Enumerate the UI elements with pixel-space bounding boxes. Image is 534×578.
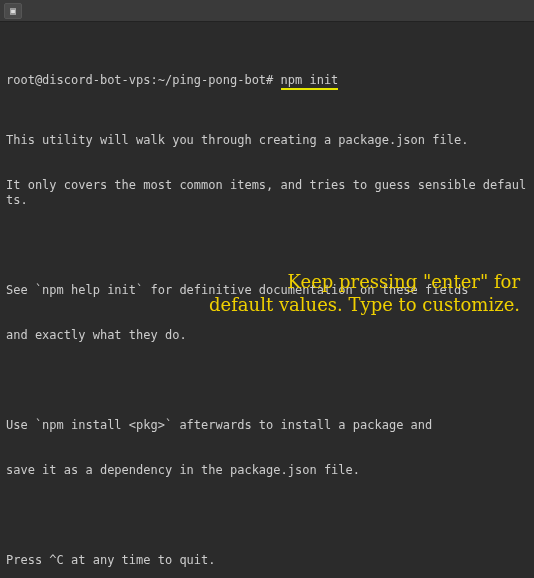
- output-line: save it as a dependency in the package.j…: [6, 463, 528, 478]
- shell-prompt-prefix: root@discord-bot-vps:~/ping-pong-bot#: [6, 73, 281, 87]
- output-line: Use `npm install <pkg>` afterwards to in…: [6, 418, 528, 433]
- output-line: This utility will walk you through creat…: [6, 133, 528, 148]
- typed-command: npm init: [281, 73, 339, 90]
- annotation-line-1: Keep pressing "enter" for: [209, 270, 520, 293]
- annotation-overlay: Keep pressing "enter" for default values…: [209, 270, 520, 317]
- output-line: It only covers the most common items, an…: [6, 178, 528, 208]
- output-line: and exactly what they do.: [6, 328, 528, 343]
- terminal-area[interactable]: root@discord-bot-vps:~/ping-pong-bot# np…: [0, 22, 534, 578]
- output-line: Press ^C at any time to quit.: [6, 553, 528, 568]
- prompt-line: root@discord-bot-vps:~/ping-pong-bot# np…: [6, 73, 528, 88]
- new-tab-icon: ▣: [10, 6, 16, 16]
- new-tab-button[interactable]: ▣: [4, 3, 22, 19]
- annotation-line-2: default values. Type to customize.: [209, 293, 520, 316]
- tab-bar: ▣: [0, 0, 534, 22]
